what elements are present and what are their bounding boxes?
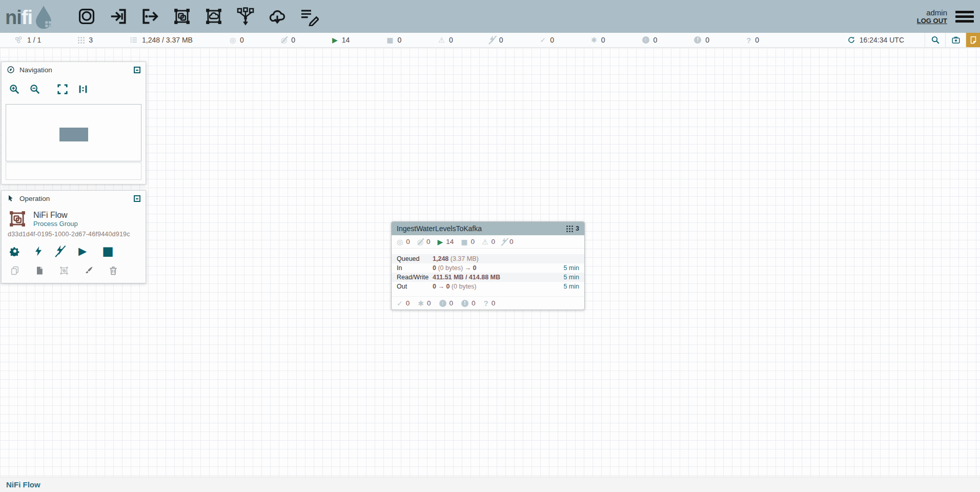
configure-button[interactable]: [10, 246, 20, 256]
global-menu-button[interactable]: [955, 9, 974, 25]
start-button[interactable]: ▶: [78, 246, 87, 257]
template-icon[interactable]: [267, 6, 288, 27]
stale-status: ↑0: [642, 36, 658, 44]
breadcrumb-root[interactable]: NiFi Flow: [6, 480, 40, 489]
running-icon: ▶: [332, 36, 338, 44]
stat-row-in: In 0 (0 bytes) → 0 5 min: [392, 263, 584, 273]
stale-icon: ↑: [642, 36, 649, 44]
group-button[interactable]: [59, 265, 69, 276]
input-port-icon[interactable]: [108, 6, 129, 27]
last-refreshed: 16:24:34 UTC: [847, 33, 904, 47]
process-group-header[interactable]: IngestWaterLevelsToKafka 3: [392, 222, 584, 235]
process-group-type-icon: [8, 209, 27, 229]
transmitting-icon: ◎: [230, 36, 236, 44]
color-button[interactable]: [84, 265, 94, 276]
search-icon: [931, 35, 940, 45]
zoom-in-button[interactable]: [9, 84, 20, 97]
processor-icon[interactable]: [76, 6, 97, 27]
pg-stale: ↑0: [439, 299, 454, 307]
output-port-icon[interactable]: [140, 6, 160, 27]
minimap-process-group: [59, 128, 88, 141]
queued-status: 1,248 / 3.37 MB: [130, 36, 193, 44]
bolt-slash-icon: [57, 245, 63, 257]
disabled-icon: [490, 35, 495, 45]
stopped-status: ■0: [386, 36, 401, 44]
bulletin-board-button[interactable]: [945, 33, 966, 47]
play-icon: ▶: [78, 246, 87, 257]
medkit-icon: [951, 35, 961, 45]
disabled-icon: [502, 238, 506, 246]
stop-button[interactable]: ■: [102, 245, 114, 257]
note-icon: [969, 35, 978, 45]
pg-up-to-date: ✓0: [397, 299, 410, 307]
zoom-fit-button[interactable]: [57, 84, 68, 97]
component-toolbar: [76, 6, 319, 27]
up-to-date-icon: ✓: [397, 300, 403, 307]
cluster-status: 1 / 1: [14, 36, 41, 45]
process-group-component[interactable]: IngestWaterLevelsToKafka 3 ◎0 ◎0 ▶14 ■0 …: [391, 221, 585, 310]
sync-failure-icon: ?: [746, 36, 751, 45]
brush-icon: [84, 265, 94, 276]
up-to-date-icon: ✓: [540, 36, 546, 44]
zoom-out-button[interactable]: [29, 84, 40, 97]
selected-component-type: Process Group: [33, 220, 78, 228]
pg-stopped: ■0: [461, 238, 475, 245]
locally-modified-icon: ✱: [591, 36, 597, 44]
paste-button[interactable]: [34, 265, 45, 276]
cluster-icon: [14, 36, 23, 45]
invalid-icon: ⚠: [438, 36, 445, 44]
zoom-fit-icon: [57, 84, 68, 95]
navigation-title: Navigation: [19, 66, 134, 74]
locally-modified-stale-status: !0: [694, 36, 709, 44]
process-group-icon[interactable]: [172, 6, 192, 27]
pg-running: ▶14: [437, 238, 454, 245]
invalid-icon: ⚠: [482, 238, 488, 245]
stat-row-readwrite: Read/Write 411.51 MB / 414.88 MB 5 min: [392, 273, 584, 282]
transmitting-status: ◎0: [230, 36, 244, 44]
zoom-actual-size-button[interactable]: [77, 84, 89, 97]
refresh-icon[interactable]: [847, 36, 855, 44]
birdseye-minimap[interactable]: [6, 104, 141, 161]
breadcrumb-bar: NiFi Flow: [0, 477, 980, 492]
contents-status: 3: [78, 36, 93, 44]
hand-cursor-icon: [7, 194, 15, 202]
grid-dots-icon: [78, 37, 85, 44]
zoom-actual-size-icon: [77, 84, 89, 95]
pg-transmitting: ◎0: [397, 238, 410, 245]
stat-row-queued: Queued 1,248 (3.37 MB): [392, 254, 584, 263]
delete-button[interactable]: [108, 265, 118, 276]
search-button[interactable]: [925, 33, 945, 47]
disable-button[interactable]: [57, 245, 63, 257]
group-frame-icon: [59, 265, 69, 276]
disabled-status: 0: [490, 35, 503, 45]
locally-modified-stale-icon: !: [461, 300, 468, 307]
process-group-name: IngestWaterLevelsToKafka: [397, 224, 566, 233]
sync-failure-icon: ?: [484, 299, 488, 308]
locally-modified-icon: ✱: [418, 300, 424, 307]
compass-icon: [7, 66, 15, 74]
bulletin-indicator-button[interactable]: [966, 33, 980, 47]
copy-button[interactable]: [10, 265, 20, 276]
not-transmitting-icon: ◎: [281, 36, 287, 44]
flow-status-bar: 1 / 1 3 1,248 / 3.37 MB ◎0 ◎0 ▶14 ■0 ⚠0 …: [0, 33, 980, 48]
pg-locally-modified-stale: !0: [461, 299, 476, 307]
operation-title: Operation: [19, 195, 134, 202]
label-icon[interactable]: [299, 6, 319, 27]
operation-palette: Operation NiFi Flow Process Group d33d1d…: [1, 190, 146, 283]
zoom-in-icon: [9, 84, 20, 95]
pg-invalid: ⚠0: [482, 238, 495, 245]
funnel-icon[interactable]: [235, 6, 256, 27]
not-transmitting-status: ◎0: [281, 36, 295, 44]
logout-link[interactable]: LOG OUT: [917, 17, 947, 25]
remote-process-group-icon[interactable]: [203, 6, 224, 27]
paste-icon: [34, 265, 45, 276]
trash-icon: [108, 265, 118, 276]
process-group-version-row: ✓0 ✱0 ↑0 !0 ?0: [392, 296, 584, 310]
collapse-operation-button[interactable]: [134, 195, 140, 202]
selected-component-name: NiFi Flow: [33, 211, 78, 220]
stopped-icon: ■: [386, 36, 393, 44]
process-group-status-row: ◎0 ◎0 ▶14 ■0 ⚠0 0: [392, 235, 584, 249]
enable-button[interactable]: [35, 247, 42, 256]
grid-dots-icon: [566, 225, 573, 232]
collapse-navigation-button[interactable]: [134, 67, 140, 73]
